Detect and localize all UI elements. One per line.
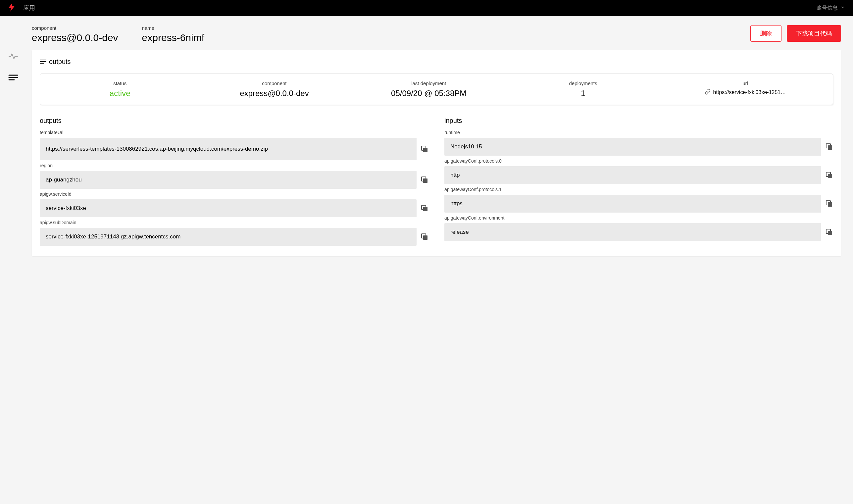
app-title[interactable]: 应用 [23, 4, 35, 12]
input-value: Nodejs10.15 [444, 138, 821, 156]
input-key: apigatewayConf.protocols.1 [444, 187, 833, 192]
input-value: release [444, 223, 821, 241]
svg-rect-8 [423, 179, 428, 183]
output-item: apigw.serviceId service-fxki03xe [40, 192, 429, 217]
card-title: outputs [40, 58, 833, 66]
component-label: component [32, 25, 118, 31]
url-value[interactable]: https://service-fxki03xe-125197114... [713, 89, 786, 95]
last-deployment-label: last deployment [411, 80, 446, 86]
inputs-column: inputs runtime Nodejs10.15 apigatewayCon… [444, 117, 833, 248]
outputs-heading: outputs [40, 117, 429, 125]
copy-icon[interactable] [420, 176, 429, 184]
output-item: region ap-guangzhou [40, 163, 429, 189]
input-value: http [444, 166, 821, 184]
copy-icon[interactable] [825, 228, 833, 236]
svg-rect-14 [828, 145, 832, 150]
copy-icon[interactable] [420, 145, 429, 153]
link-icon [705, 89, 711, 96]
status-label: status [113, 80, 127, 86]
output-value: https://serverless-templates-1300862921.… [40, 138, 417, 160]
page-header: component express@0.0.0-dev name express… [32, 25, 841, 43]
status-col-component: component express@0.0.0-dev [197, 80, 351, 98]
sidebar-outputs-icon[interactable] [8, 73, 18, 82]
copy-icon[interactable] [825, 200, 833, 208]
svg-rect-6 [423, 148, 428, 152]
status-value: active [110, 89, 130, 98]
name-value: express-6nimf [142, 32, 204, 43]
output-item: templateUrl https://serverless-templates… [40, 130, 429, 160]
status-col-last-deployment: last deployment 05/09/20 @ 05:38PM [352, 80, 506, 98]
deployments-label: deployments [569, 80, 597, 86]
input-key: runtime [444, 130, 833, 135]
download-code-button[interactable]: 下载项目代码 [787, 25, 841, 42]
status-col-deployments: deployments 1 [506, 80, 660, 98]
status-component-label: component [262, 80, 287, 86]
url-label: url [742, 80, 748, 86]
status-col-url: url https://service-fxki03xe-125197114..… [660, 80, 830, 98]
input-key: apigatewayConf.environment [444, 215, 833, 220]
topbar-left: 应用 [8, 3, 35, 13]
account-menu[interactable]: 账号信息 [817, 5, 845, 12]
outputs-card: outputs status active component express@… [32, 50, 841, 256]
copy-icon[interactable] [420, 233, 429, 241]
lines-icon [40, 58, 47, 66]
inputs-heading: inputs [444, 117, 833, 125]
card-title-text: outputs [49, 58, 71, 66]
header-name: name express-6nimf [142, 25, 204, 43]
input-item: apigatewayConf.environment release [444, 215, 833, 241]
input-key: apigatewayConf.protocols.0 [444, 158, 833, 164]
copy-icon[interactable] [825, 143, 833, 151]
logo-icon[interactable] [8, 3, 15, 13]
output-value: service-fxki03xe-1251971143.gz.apigw.ten… [40, 228, 417, 246]
output-key: apigw.serviceId [40, 192, 429, 197]
sidebar [0, 16, 26, 266]
output-value: service-fxki03xe [40, 199, 417, 217]
copy-icon[interactable] [825, 171, 833, 179]
svg-rect-18 [828, 202, 832, 206]
output-key: apigw.subDomain [40, 220, 429, 225]
input-item: apigatewayConf.protocols.0 http [444, 158, 833, 184]
output-key: templateUrl [40, 130, 429, 135]
svg-rect-12 [423, 235, 428, 240]
input-value: https [444, 195, 821, 213]
delete-button[interactable]: 删除 [750, 25, 781, 42]
status-component-value: express@0.0.0-dev [240, 89, 309, 98]
outputs-column: outputs templateUrl https://serverless-t… [40, 117, 429, 248]
svg-rect-10 [423, 207, 428, 211]
svg-rect-16 [828, 174, 832, 178]
status-summary: status active component express@0.0.0-de… [40, 73, 833, 105]
output-value: ap-guangzhou [40, 171, 417, 189]
topbar: 应用 账号信息 [0, 0, 853, 16]
last-deployment-value: 05/09/20 @ 05:38PM [391, 89, 466, 98]
output-item: apigw.subDomain service-fxki03xe-1251971… [40, 220, 429, 246]
chevron-down-icon [840, 5, 845, 11]
input-item: runtime Nodejs10.15 [444, 130, 833, 156]
component-value: express@0.0.0-dev [32, 32, 118, 43]
output-key: region [40, 163, 429, 168]
header-component: component express@0.0.0-dev [32, 25, 118, 43]
copy-icon[interactable] [420, 204, 429, 212]
deployments-value: 1 [581, 89, 585, 98]
account-label: 账号信息 [817, 5, 838, 12]
input-item: apigatewayConf.protocols.1 https [444, 187, 833, 213]
sidebar-activity-icon[interactable] [8, 52, 18, 60]
status-col-status: status active [43, 80, 197, 98]
name-label: name [142, 25, 204, 31]
svg-rect-20 [828, 231, 832, 235]
